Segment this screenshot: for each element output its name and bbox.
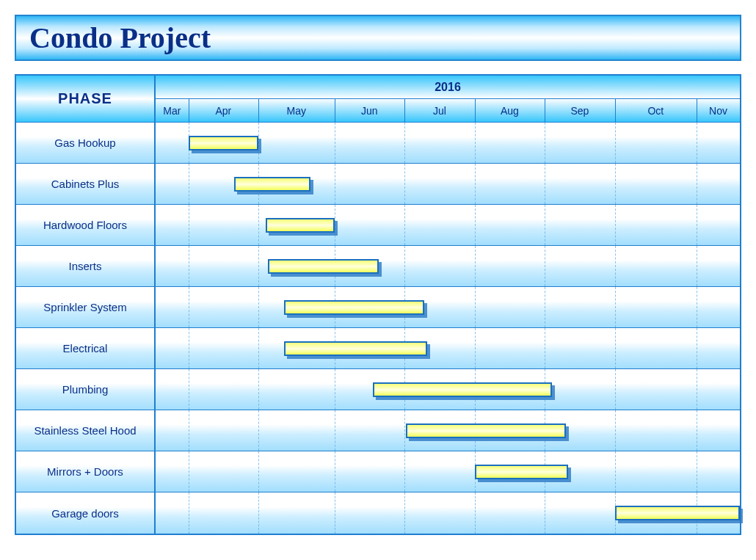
gantt-bar-fill bbox=[615, 506, 740, 520]
month-divider bbox=[697, 99, 697, 122]
task-timeline bbox=[156, 246, 740, 286]
month-divider bbox=[189, 287, 189, 327]
gantt-bar bbox=[475, 465, 568, 479]
gantt-bar bbox=[406, 423, 566, 438]
task-timeline bbox=[156, 451, 740, 492]
month-divider bbox=[545, 205, 545, 245]
month-divider bbox=[404, 492, 405, 534]
month-divider bbox=[189, 328, 189, 368]
month-label: Sep bbox=[545, 99, 615, 122]
month-divider bbox=[258, 99, 259, 122]
month-divider bbox=[404, 205, 405, 245]
month-divider bbox=[545, 492, 545, 534]
gantt-header-row: PHASE 2016 MarAprMayJunJulAugSepOctNov bbox=[16, 76, 740, 123]
month-divider bbox=[615, 287, 616, 327]
task-timeline bbox=[156, 123, 740, 163]
gantt-bar-fill bbox=[475, 465, 568, 479]
month-divider bbox=[258, 246, 259, 286]
title-banner: Condo Project bbox=[15, 15, 741, 61]
month-divider bbox=[335, 369, 335, 410]
task-label: Cabinets Plus bbox=[16, 164, 156, 204]
month-divider bbox=[697, 287, 697, 327]
task-row: Gas Hookup bbox=[16, 123, 740, 164]
month-divider bbox=[697, 369, 697, 410]
month-divider bbox=[258, 287, 259, 327]
task-row: Hardwood Floors bbox=[16, 205, 740, 246]
month-divider bbox=[258, 410, 259, 451]
month-divider bbox=[335, 410, 335, 451]
task-row: Sprinkler System bbox=[16, 287, 740, 328]
month-divider bbox=[545, 287, 545, 327]
month-label: Mar bbox=[156, 99, 189, 122]
month-divider bbox=[335, 123, 335, 163]
month-divider bbox=[258, 205, 259, 245]
month-divider bbox=[475, 328, 476, 368]
gantt-body: Gas HookupCabinets PlusHardwood FloorsIn… bbox=[16, 123, 740, 534]
task-row: Stainless Steel Hood bbox=[16, 410, 740, 451]
month-divider bbox=[697, 123, 697, 163]
month-divider bbox=[189, 410, 189, 451]
gantt-bar bbox=[615, 506, 740, 520]
month-divider bbox=[615, 99, 616, 122]
task-timeline bbox=[156, 328, 740, 368]
task-row: Plumbing bbox=[16, 369, 740, 410]
month-divider bbox=[475, 123, 476, 163]
task-timeline bbox=[156, 492, 740, 534]
month-divider bbox=[404, 123, 405, 163]
task-label: Plumbing bbox=[16, 369, 156, 410]
month-divider bbox=[615, 369, 616, 410]
month-label: Jun bbox=[335, 99, 405, 122]
month-divider bbox=[545, 164, 545, 204]
gantt-bar-fill bbox=[284, 300, 424, 315]
month-label: Nov bbox=[697, 99, 740, 122]
gantt-chart: PHASE 2016 MarAprMayJunJulAugSepOctNov G… bbox=[15, 74, 741, 535]
month-divider bbox=[615, 451, 616, 492]
task-label: Hardwood Floors bbox=[16, 205, 156, 245]
month-divider bbox=[189, 369, 189, 410]
month-divider bbox=[475, 246, 476, 286]
month-divider bbox=[335, 492, 335, 534]
month-divider bbox=[404, 164, 405, 204]
month-divider bbox=[615, 410, 616, 451]
task-label: Sprinkler System bbox=[16, 287, 156, 327]
month-label: Oct bbox=[615, 99, 697, 122]
year-label: 2016 bbox=[156, 76, 740, 99]
gantt-bar bbox=[234, 177, 310, 192]
month-divider bbox=[258, 451, 259, 492]
month-divider bbox=[697, 205, 697, 245]
month-divider bbox=[335, 451, 335, 492]
month-divider bbox=[335, 99, 335, 122]
month-divider bbox=[545, 99, 545, 122]
task-row: Electrical bbox=[16, 328, 740, 369]
gantt-bar bbox=[268, 259, 379, 274]
month-divider bbox=[404, 246, 405, 286]
gantt-bar bbox=[373, 382, 552, 397]
month-divider bbox=[189, 164, 189, 204]
month-divider bbox=[615, 246, 616, 286]
task-label: Stainless Steel Hood bbox=[16, 410, 156, 451]
gantt-bar-fill bbox=[189, 136, 259, 150]
task-timeline bbox=[156, 205, 740, 245]
month-divider bbox=[475, 164, 476, 204]
month-divider bbox=[697, 451, 697, 492]
month-divider bbox=[258, 369, 259, 410]
month-divider bbox=[615, 205, 616, 245]
month-divider bbox=[404, 99, 405, 122]
task-label: Garage doors bbox=[16, 492, 156, 534]
page-title: Condo Project bbox=[29, 21, 727, 55]
phase-header: PHASE bbox=[16, 76, 156, 122]
month-divider bbox=[258, 328, 259, 368]
gantt-bar bbox=[266, 218, 335, 233]
gantt-bar-fill bbox=[406, 423, 566, 438]
gantt-bar bbox=[284, 300, 424, 315]
task-row: Garage doors bbox=[16, 492, 740, 534]
month-divider bbox=[335, 164, 335, 204]
month-divider bbox=[615, 328, 616, 368]
month-divider bbox=[697, 410, 697, 451]
gantt-bar-fill bbox=[234, 177, 310, 192]
month-divider bbox=[475, 287, 476, 327]
month-divider bbox=[615, 123, 616, 163]
task-row: Cabinets Plus bbox=[16, 164, 740, 205]
gantt-bar bbox=[189, 136, 259, 150]
task-label: Mirrors + Doors bbox=[16, 451, 156, 492]
